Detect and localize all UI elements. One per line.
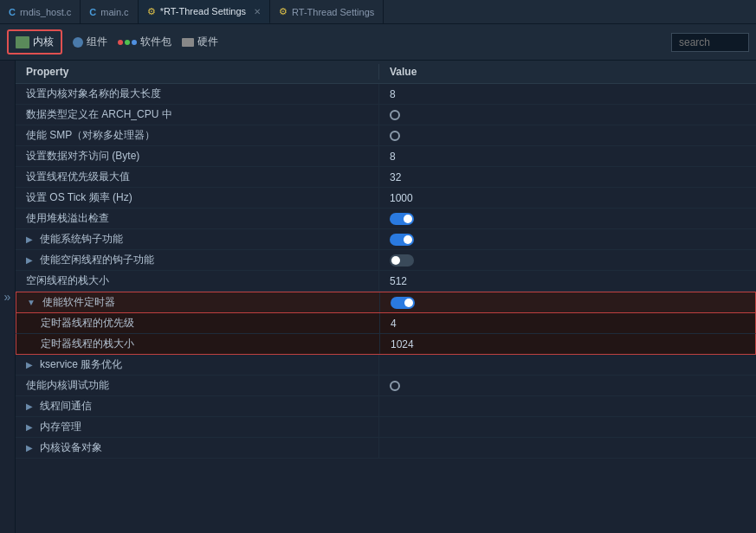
package-button[interactable]: 软件包 [118, 35, 171, 49]
table-row[interactable]: 设置内核对象名称的最大长度 8 [16, 84, 756, 105]
table-row[interactable]: 使能内核调试功能 [16, 376, 756, 396]
property-text: 内存管理 [40, 420, 81, 434]
toggle-switch[interactable] [390, 213, 414, 225]
package-icon [118, 40, 137, 45]
settings-icon2: ⚙ [279, 6, 288, 17]
expand-arrow-icon[interactable]: ▶ [26, 234, 33, 244]
table-row[interactable]: ▶ 内核设备对象 [16, 438, 756, 459]
hardware-button[interactable]: 硬件 [182, 35, 218, 49]
tab-rndis[interactable]: C rndis_host.c [0, 0, 81, 23]
component-icon [73, 37, 83, 48]
toggle-switch[interactable] [391, 297, 415, 309]
toggle-circle-icon[interactable] [390, 131, 400, 141]
toggle-switch[interactable] [390, 254, 414, 266]
property-cell: 定时器线程的栈大小 [16, 334, 380, 354]
property-cell: ▶ 使能系统钩子功能 [16, 229, 379, 249]
value-text: 4 [391, 318, 397, 330]
value-cell [379, 128, 756, 144]
tab-settings-active[interactable]: ⚙ *RT-Thread Settings ✕ [139, 0, 270, 23]
property-cell: 设置 OS Tick 频率 (Hz) [16, 188, 379, 208]
value-cell [380, 294, 755, 311]
property-cell: ▶ kservice 服务优化 [16, 355, 379, 375]
expand-arrow-icon[interactable]: ▶ [26, 401, 33, 411]
property-cell: 使用堆栈溢出检查 [16, 209, 379, 228]
settings-icon: ⚙ [147, 6, 156, 17]
table-row[interactable]: ▶ 内存管理 [16, 417, 756, 438]
tab-settings1-label: *RT-Thread Settings [160, 6, 246, 16]
tab-settings2[interactable]: ⚙ RT-Thread Settings [270, 0, 384, 23]
value-cell: 32 [379, 169, 756, 186]
value-cell: 1024 [380, 336, 755, 353]
expand-arrow-icon[interactable]: ▼ [27, 298, 36, 307]
table-row[interactable]: ▶ 使能系统钩子功能 [16, 229, 756, 250]
expand-arrow-icon[interactable]: ▶ [26, 443, 33, 453]
property-text: 数据类型定义在 ARCH_CPU 中 [26, 107, 172, 122]
property-cell: 设置线程优先级最大值 [16, 167, 379, 187]
property-text: 设置线程优先级最大值 [26, 170, 130, 184]
c-file-icon: C [9, 7, 16, 17]
c-file-icon: C [89, 7, 96, 17]
property-text: 使能空闲线程的钩子功能 [40, 253, 154, 267]
table-row[interactable]: 设置线程优先级最大值 32 [16, 167, 756, 188]
table-row-highlighted[interactable]: ▼ 使能软件定时器 [16, 292, 756, 313]
kernel-icon [16, 36, 29, 48]
tab-rndis-label: rndis_host.c [20, 7, 71, 17]
table-header: Property Value [16, 61, 756, 84]
search-input[interactable] [671, 33, 749, 52]
table-row-child[interactable]: 定时器线程的优先级 4 [16, 313, 756, 334]
property-cell: 空闲线程的栈大小 [16, 271, 379, 291]
component-button[interactable]: 组件 [73, 35, 107, 49]
tab-settings2-label: RT-Thread Settings [292, 7, 374, 17]
property-column-header: Property [16, 64, 379, 80]
property-text: 设置数据对齐访问 (Byte) [26, 149, 139, 164]
table-row[interactable]: ▶ kservice 服务优化 [16, 355, 756, 376]
value-cell [379, 252, 756, 269]
table-row[interactable]: ▶ 线程间通信 [16, 396, 756, 417]
property-cell: 使能内核调试功能 [16, 376, 379, 395]
expand-arrow-icon[interactable]: ▶ [26, 360, 33, 369]
property-cell: ▶ 线程间通信 [16, 396, 379, 416]
table-row[interactable]: 数据类型定义在 ARCH_CPU 中 [16, 105, 756, 125]
expand-arrow-icon[interactable]: ▶ [26, 422, 33, 432]
toggle-circle-icon[interactable] [390, 110, 400, 120]
collapse-arrow-button[interactable]: » [0, 61, 16, 533]
table-row[interactable]: ▶ 使能空闲线程的钩子功能 [16, 250, 756, 271]
property-text: 内核设备对象 [40, 440, 102, 455]
package-label: 软件包 [140, 35, 171, 49]
value-text: 1000 [390, 192, 413, 204]
property-cell: ▼ 使能软件定时器 [16, 292, 380, 312]
expand-arrow-icon[interactable]: ▶ [26, 255, 33, 265]
value-column-header: Value [379, 64, 756, 80]
property-text: 定时器线程的优先级 [41, 316, 134, 331]
property-cell: 设置数据对齐访问 (Byte) [16, 146, 379, 166]
property-text: 空闲线程的栈大小 [26, 273, 109, 288]
tab-close-button[interactable]: ✕ [254, 7, 261, 16]
value-text: 8 [390, 88, 396, 100]
hardware-icon [182, 38, 194, 47]
table-row-child-highlighted[interactable]: 定时器线程的栈大小 1024 [16, 334, 756, 355]
toggle-circle-icon[interactable] [390, 381, 400, 391]
table-row[interactable]: 设置数据对齐访问 (Byte) 8 [16, 146, 756, 167]
value-cell: 512 [379, 273, 756, 290]
value-text: 32 [390, 171, 401, 183]
property-text: 定时器线程的栈大小 [41, 337, 134, 351]
kernel-button[interactable]: 内核 [7, 29, 62, 55]
property-text: 使能 SMP（对称多处理器） [26, 128, 155, 143]
tab-main[interactable]: C main.c [81, 0, 138, 23]
component-label: 组件 [87, 35, 107, 49]
value-text: 512 [390, 275, 407, 287]
value-cell [379, 107, 756, 123]
value-text: 1024 [391, 338, 414, 350]
tab-main-label: main.c [100, 7, 128, 17]
table-row[interactable]: 空闲线程的栈大小 512 [16, 271, 756, 292]
property-text: 设置内核对象名称的最大长度 [26, 87, 161, 101]
value-cell: 8 [379, 86, 756, 103]
table-row[interactable]: 使用堆栈溢出检查 [16, 209, 756, 229]
table-row[interactable]: 使能 SMP（对称多处理器） [16, 125, 756, 146]
toggle-switch[interactable] [390, 234, 414, 246]
value-cell: 4 [380, 315, 755, 332]
property-text: 线程间通信 [40, 399, 92, 414]
value-cell: 1000 [379, 189, 756, 207]
table-row[interactable]: 设置 OS Tick 频率 (Hz) 1000 [16, 188, 756, 209]
hardware-label: 硬件 [197, 35, 218, 49]
